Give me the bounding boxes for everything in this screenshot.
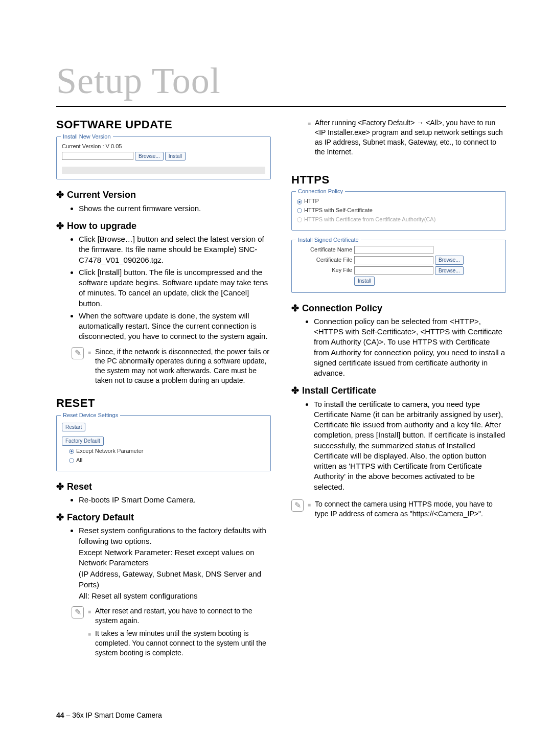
software-update-note: Since, if the network is disconnected, t… — [95, 347, 271, 386]
panel-legend: Install Signed Certificate — [296, 236, 361, 244]
reset-device-settings-panel: Reset Device Settings Restart Factory De… — [56, 415, 271, 471]
reset-text: Re-boots IP Smart Dome Camera. — [79, 495, 271, 505]
except-network-radio[interactable] — [69, 449, 74, 454]
all-radio[interactable] — [69, 458, 74, 463]
key-file-label: Key File — [297, 266, 352, 274]
except-network-label: Except Network Parameter — [76, 448, 143, 454]
page-footer: 44 – 36x IP Smart Dome Camera — [56, 711, 162, 720]
current-version-subhead: Current Version — [56, 189, 271, 201]
connection-policy-panel: Connection Policy HTTP HTTPS with Self-C… — [291, 191, 506, 231]
note-icon: ✎ — [72, 347, 84, 359]
cert-name-label: Certificate Name — [297, 246, 352, 254]
key-file-browse-button[interactable]: Browse... — [435, 266, 464, 276]
factory-cont3: All: Reset all system configurations — [79, 591, 271, 601]
progress-bar — [62, 167, 265, 174]
https-heading: HTTPS — [291, 172, 506, 188]
install-button[interactable]: Install — [165, 152, 186, 161]
key-file-input[interactable] — [354, 266, 433, 274]
list-item: Click [Browse…] button and select the la… — [79, 234, 271, 265]
right-column: After running <Factory Default> → <All>,… — [291, 110, 506, 660]
list-item: When the software update is done, the sy… — [79, 311, 271, 342]
cert-install-button[interactable]: Install — [354, 277, 375, 286]
page-title: Setup Tool — [56, 56, 506, 107]
browse-button[interactable]: Browse... — [135, 152, 164, 161]
panel-legend: Connection Policy — [296, 188, 345, 195]
connection-policy-subhead: Connection Policy — [291, 302, 506, 314]
panel-legend: Install New Version — [61, 133, 113, 141]
list-item: Reset system configurations to the facto… — [79, 525, 271, 546]
cert-file-input[interactable] — [354, 256, 433, 264]
note-icon: ✎ — [72, 606, 84, 618]
https-ca-label: HTTPS with Certificate from Certificate … — [304, 216, 435, 222]
restart-button[interactable]: Restart — [62, 423, 85, 432]
connection-policy-text: Connection policy can be selected from <… — [314, 316, 506, 379]
list-item: Click [Install] button. The file is unco… — [79, 267, 271, 309]
install-signed-certificate-panel: Install Signed Certificate Certificate N… — [291, 240, 506, 293]
reset-heading: RESET — [56, 396, 271, 411]
install-new-version-panel: Install New Version Current Version : V … — [56, 136, 271, 179]
software-update-heading: SOFTWARE UPDATE — [56, 117, 271, 132]
https-ca-radio — [297, 217, 302, 222]
install-certificate-text: To install the certificate to camera, yo… — [314, 399, 506, 492]
factory-note2: It takes a few minutes until the system … — [95, 629, 271, 658]
footer-label: – 36x IP Smart Dome Camera — [64, 711, 162, 719]
panel-legend: Reset Device Settings — [61, 411, 120, 419]
left-column: SOFTWARE UPDATE Install New Version Curr… — [56, 110, 271, 660]
how-to-upgrade-subhead: How to upgrade — [56, 220, 271, 232]
https-self-label: HTTPS with Self-Certificate — [304, 207, 373, 213]
factory-note1: After reset and restart, you have to con… — [95, 606, 271, 626]
cert-file-label: Certificate File — [297, 256, 352, 264]
firmware-path-input[interactable] — [62, 152, 133, 160]
https-self-radio[interactable] — [297, 208, 302, 213]
right-top-note: After running <Factory Default> → <All>,… — [315, 118, 506, 157]
current-version-label: Current Version : V 0.05 — [62, 143, 265, 150]
cert-file-browse-button[interactable]: Browse... — [435, 256, 464, 265]
factory-cont1: Except Network Parameter: Reset except v… — [79, 547, 271, 568]
note-icon: ✎ — [291, 499, 304, 512]
cert-name-input[interactable] — [354, 246, 433, 254]
page-number: 44 — [56, 711, 64, 719]
http-radio[interactable] — [297, 199, 302, 204]
https-note: To connect the camera using HTTPS mode, … — [315, 499, 506, 519]
all-label: All — [76, 457, 82, 463]
http-label: HTTP — [304, 198, 319, 204]
factory-default-button[interactable]: Factory Default — [62, 437, 104, 446]
current-version-text: Shows the current firmware version. — [79, 203, 271, 214]
factory-default-subhead: Factory Default — [56, 511, 271, 523]
install-certificate-subhead: Install Certificate — [291, 384, 506, 397]
reset-subhead: Reset — [56, 480, 271, 493]
factory-cont2: (IP Address, Gateway, Subnet Mask, DNS S… — [79, 569, 271, 590]
